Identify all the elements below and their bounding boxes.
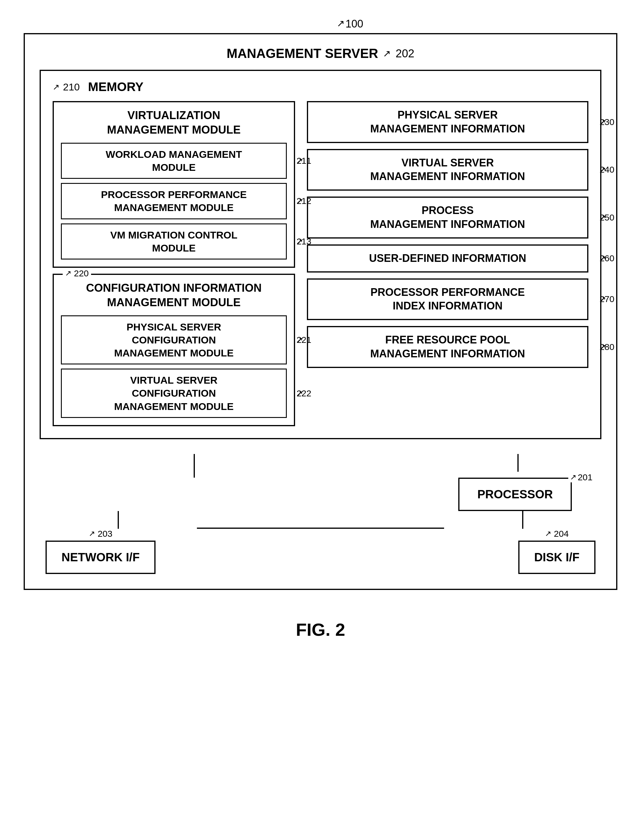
memory-ref-arrow: ↗ — [53, 82, 60, 92]
free-resource-pool-info-text: FREE RESOURCE POOLMANAGEMENT INFORMATION — [370, 334, 525, 360]
vm-migration-module: VM MIGRATION CONTROLMODULE ↗ 213 — [61, 224, 287, 259]
phys-server-info-box: PHYSICAL SERVERMANAGEMENT INFORMATION ↗ … — [307, 101, 588, 143]
config-ref-arrow: ↗ — [65, 269, 72, 278]
disk-if-box: DISK I/F — [518, 541, 596, 574]
process-mgmt-info-text: PROCESSMANAGEMENT INFORMATION — [370, 204, 525, 230]
processor-box: PROCESSOR ↗ 201 — [458, 478, 572, 511]
memory-label: MEMORY — [88, 80, 143, 94]
disk-if-ref: 204 — [554, 529, 569, 539]
memory-section: ↗ 210 MEMORY VIRTUALIZATIONMANAGEMENT MO… — [40, 70, 601, 439]
phys-server-info-ref: 230 — [600, 117, 614, 127]
right-column: PHYSICAL SERVERMANAGEMENT INFORMATION ↗ … — [307, 101, 588, 368]
network-if-ref: 203 — [98, 529, 112, 539]
proc-perf-module-text: PROCESSOR PERFORMANCEMANAGEMENT MODULE — [101, 189, 246, 213]
proc-perf-index-info-box: PROCESSOR PERFORMANCEINDEX INFORMATION ↗… — [307, 278, 588, 320]
virt-server-config-ref: 222 — [296, 388, 311, 398]
ref-100: 100 — [345, 18, 363, 30]
network-if-box: NETWORK I/F — [45, 541, 156, 574]
virt-server-config-module: VIRTUAL SERVERCONFIGURATIONMANAGEMENT MO… — [61, 369, 287, 418]
processor-ref-arrow: ↗ — [570, 473, 577, 482]
fig-label: FIG. 2 — [296, 620, 345, 640]
virt-mgmt-title: VIRTUALIZATIONMANAGEMENT MODULE — [61, 108, 287, 137]
config-mgmt-box: ↗ 220 CONFIGURATION INFORMATIONMANAGEMEN… — [53, 274, 295, 426]
ms-ref-arrow: ↗ — [383, 48, 391, 59]
virt-server-config-text: VIRTUAL SERVERCONFIGURATIONMANAGEMENT MO… — [114, 375, 234, 412]
process-mgmt-info-ref: 250 — [600, 212, 614, 222]
virt-server-info-text: VIRTUAL SERVERMANAGEMENT INFORMATION — [370, 157, 525, 183]
phys-server-info-text: PHYSICAL SERVERMANAGEMENT INFORMATION — [370, 109, 525, 135]
virt-server-info-box: VIRTUAL SERVERMANAGEMENT INFORMATION ↗ 2… — [307, 149, 588, 191]
network-if-text: NETWORK I/F — [61, 550, 140, 564]
phys-server-config-module: PHYSICAL SERVERCONFIGURATIONMANAGEMENT M… — [61, 315, 287, 365]
free-resource-pool-info-ref: 280 — [600, 342, 614, 352]
user-defined-info-ref: 260 — [600, 253, 614, 263]
workload-module-text: WORKLOAD MANAGEMENTMODULE — [106, 149, 242, 173]
virt-mgmt-box: VIRTUALIZATIONMANAGEMENT MODULE WORKLOAD… — [53, 101, 295, 268]
proc-perf-module: PROCESSOR PERFORMANCEMANAGEMENT MODULE ↗… — [61, 183, 287, 219]
network-if-ref-arrow: ↗ — [89, 529, 95, 538]
vm-migration-text: VM MIGRATION CONTROLMODULE — [110, 229, 237, 254]
phys-server-config-text: PHYSICAL SERVERCONFIGURATIONMANAGEMENT M… — [114, 321, 234, 359]
management-server-box: MANAGEMENT SERVER ↗ 202 ↗ 210 MEMORY VIR… — [24, 33, 617, 590]
workload-module: WORKLOAD MANAGEMENTMODULE ↗ 211 — [61, 143, 287, 179]
proc-perf-index-info-text: PROCESSOR PERFORMANCEINDEX INFORMATION — [370, 286, 525, 312]
page-container: ↗ 100 MANAGEMENT SERVER ↗ 202 ↗ 210 MEMO… — [24, 18, 617, 640]
left-column: VIRTUALIZATIONMANAGEMENT MODULE WORKLOAD… — [53, 101, 295, 426]
management-server-label: MANAGEMENT SERVER — [227, 46, 378, 61]
ms-ref: 202 — [396, 47, 414, 60]
disk-if-text: DISK I/F — [534, 550, 580, 564]
virt-server-info-ref: 240 — [600, 165, 614, 175]
processor-text: PROCESSOR — [477, 488, 553, 501]
disk-if-ref-arrow: ↗ — [545, 529, 551, 538]
config-ref: 220 — [74, 269, 89, 278]
processor-ref: 201 — [578, 472, 593, 482]
ref-100-arrow: ↗ — [337, 18, 345, 29]
process-mgmt-info-box: PROCESSMANAGEMENT INFORMATION ↗ 250 — [307, 196, 588, 238]
memory-ref: 210 — [63, 81, 80, 93]
config-mgmt-title: CONFIGURATION INFORMATIONMANAGEMENT MODU… — [61, 281, 287, 310]
user-defined-info-box: USER-DEFINED INFORMATION ↗ 260 — [307, 245, 588, 272]
free-resource-pool-info-box: FREE RESOURCE POOLMANAGEMENT INFORMATION… — [307, 326, 588, 368]
proc-perf-index-info-ref: 270 — [600, 294, 614, 304]
user-defined-info-text: USER-DEFINED INFORMATION — [369, 252, 526, 264]
